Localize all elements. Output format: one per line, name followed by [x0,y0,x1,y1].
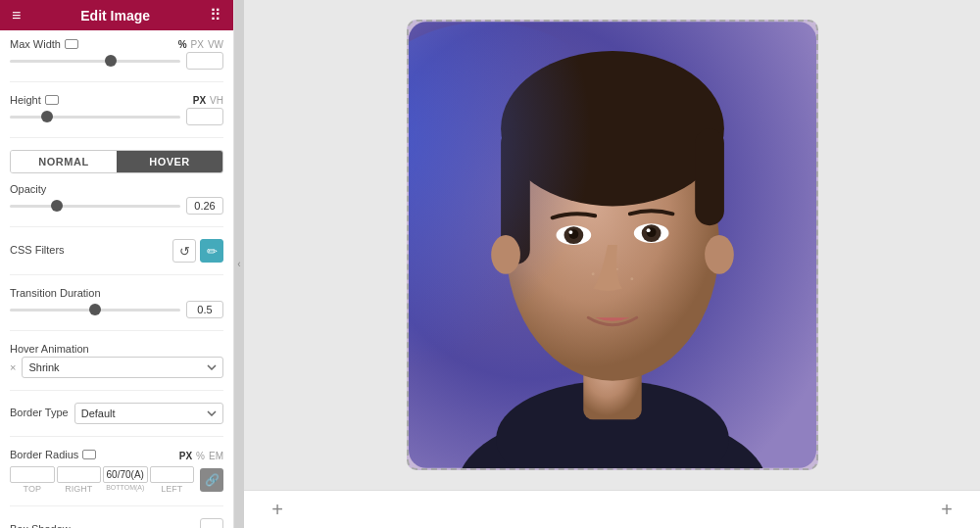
max-width-slider-row [10,52,223,70]
max-width-slider[interactable] [10,60,180,63]
tab-hover[interactable]: HOVER [117,151,222,172]
max-width-section: Max Width % PX VW [10,38,223,70]
svg-point-17 [491,235,520,274]
border-radius-section: Border Radius PX % EM TOP [10,449,223,494]
height-unit-px[interactable]: PX [193,95,206,106]
opacity-label: Opacity [10,183,223,195]
box-shadow-section: Box Shadow ✏ [10,518,223,528]
grid-icon[interactable]: ⠿ [210,6,221,24]
border-type-section: Border Type Default Solid Dashed Dotted … [10,403,223,424]
sidebar: ≡ Edit Image ⠿ Max Width % PX VW [0,0,234,528]
opacity-slider[interactable] [10,205,180,208]
divider-1 [10,81,223,82]
unit-toggle-height: PX VH [193,95,223,106]
br-top-label: TOP [24,484,41,494]
css-filters-reset-btn[interactable]: ↺ [172,239,196,263]
unit-percent[interactable]: % [178,39,187,50]
transition-label: Transition Duration [10,287,223,299]
svg-point-19 [591,272,594,275]
border-radius-inputs-row: TOP RIGHT BOTTOM(A) LEFT 🔗 [10,466,223,494]
height-slider-row [10,108,223,125]
opacity-slider-row [10,197,223,215]
height-label: Height PX VH [10,94,223,106]
br-right-label: RIGHT [65,484,92,494]
br-right-input[interactable] [57,466,102,483]
transition-slider-row [10,301,223,318]
br-right-wrap: RIGHT [57,466,102,494]
box-shadow-label: Box Shadow [10,523,71,528]
hover-animation-select[interactable]: Shrink Grow Pulse Float None [22,357,223,378]
border-radius-inputs: TOP RIGHT BOTTOM(A) LEFT [10,466,194,494]
svg-point-16 [646,228,650,232]
divider-7 [10,436,223,437]
br-unit-px[interactable]: PX [179,451,192,461]
height-monitor-icon [45,95,59,105]
svg-rect-7 [695,128,724,225]
br-bottom-input[interactable] [103,466,148,483]
svg-point-20 [615,268,617,270]
br-unit-pct[interactable]: % [196,451,205,461]
br-unit-em[interactable]: EM [209,451,223,461]
divider-2 [10,137,223,138]
hover-animation-label: Hover Animation [10,343,223,355]
canvas-area [244,0,980,490]
border-type-label: Border Type [10,407,69,418]
border-type-select[interactable]: Default Solid Dashed Dotted Double [74,403,223,424]
height-slider[interactable] [10,116,180,119]
max-width-input[interactable] [186,52,223,70]
svg-point-21 [630,277,633,280]
bottom-bar: + + [244,490,980,528]
unit-toggle-max-width: % PX VW [178,39,223,50]
border-radius-header: Border Radius PX % EM [10,449,223,462]
tab-normal[interactable]: NORMAL [11,151,117,172]
border-radius-label: Border Radius [10,449,96,460]
sidebar-content: Max Width % PX VW Height PX V [0,30,233,528]
monitor-icon [65,39,78,49]
sidebar-header: ≡ Edit Image ⠿ [0,0,233,30]
main-area: + + [244,0,980,528]
unit-px[interactable]: PX [191,39,204,50]
svg-point-12 [568,230,572,234]
divider-3 [10,226,223,227]
height-section: Height PX VH [10,94,223,125]
transition-slider[interactable] [10,309,180,312]
hover-animation-row: × Shrink Grow Pulse Float None [10,357,223,378]
divider-4 [10,274,223,275]
opacity-section: Opacity [10,183,223,215]
hover-animation-clear-btn[interactable]: × [10,361,16,373]
max-width-label: Max Width % PX VW [10,38,223,50]
image-container[interactable] [407,20,818,470]
br-top-input[interactable] [10,466,55,483]
divider-5 [10,330,223,331]
collapse-handle[interactable]: ‹ [234,0,244,528]
add-left-btn[interactable]: + [264,496,291,523]
divider-8 [10,505,223,506]
svg-point-18 [705,235,734,274]
height-unit-vh[interactable]: VH [210,95,223,106]
border-radius-icon [82,450,96,459]
page-title: Edit Image [21,8,210,24]
opacity-input[interactable] [186,197,223,215]
divider-6 [10,390,223,391]
box-shadow-edit-btn[interactable]: ✏ [200,518,223,528]
br-bottom-wrap: BOTTOM(A) [103,466,148,494]
css-filters-buttons: ↺ ✏ [172,239,223,263]
css-filters-section: CSS Filters ↺ ✏ [10,239,223,263]
portrait-image [409,22,816,468]
unit-vw[interactable]: VW [208,39,223,50]
br-left-input[interactable] [150,466,195,483]
transition-input[interactable] [186,301,223,318]
br-bottom-label: BOTTOM(A) [106,484,144,491]
menu-icon[interactable]: ≡ [12,7,21,24]
transition-section: Transition Duration [10,287,223,318]
hover-animation-section: Hover Animation × Shrink Grow Pulse Floa… [10,343,223,378]
br-top-wrap: TOP [10,466,55,494]
css-filters-label: CSS Filters [10,244,65,256]
state-tabs: NORMAL HOVER [10,150,223,173]
height-input[interactable] [186,108,223,125]
add-right-btn[interactable]: + [933,496,960,523]
collapse-icon: ‹ [237,259,240,269]
br-left-label: LEFT [161,484,182,494]
css-filters-edit-btn[interactable]: ✏ [200,239,223,263]
border-radius-link-btn[interactable]: 🔗 [200,468,223,492]
